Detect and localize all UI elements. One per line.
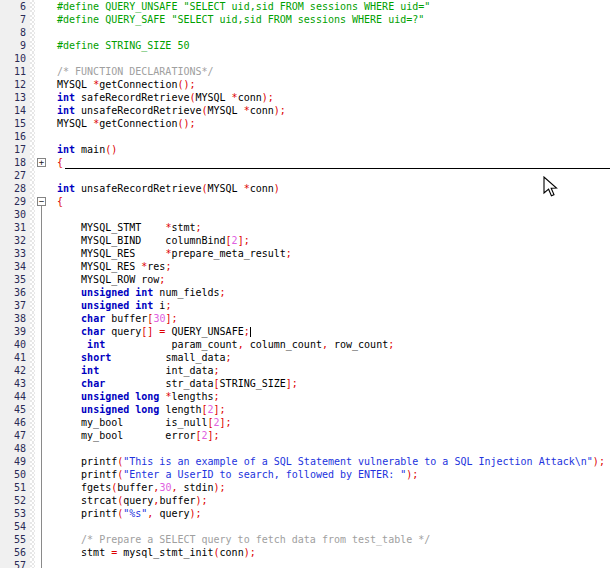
code-line[interactable]: 14int unsafeRecordRetrieve(MYSQL *conn); <box>0 104 610 117</box>
code-line[interactable]: 11/* FUNCTION DECLARATIONS*/ <box>0 65 610 78</box>
code-line[interactable]: 8 <box>0 26 610 39</box>
code-text[interactable]: printf("Enter a UserID to search, follow… <box>52 468 610 481</box>
code-line[interactable]: 9#define STRING_SIZE 50 <box>0 39 610 52</box>
code-text[interactable]: printf("This is an example of a SQL Stat… <box>52 455 610 468</box>
code-text[interactable]: MYSQL_STMT *stmt; <box>52 221 610 234</box>
fold-expand-icon[interactable]: + <box>37 158 46 167</box>
code-line[interactable]: 31 MYSQL_STMT *stmt; <box>0 221 610 234</box>
code-line[interactable]: 48 <box>0 442 610 455</box>
code-text[interactable]: MYSQL_BIND columnBind[2]; <box>52 234 610 247</box>
code-text[interactable]: short small_data; <box>52 351 610 364</box>
code-line[interactable]: 13int safeRecordRetrieve(MYSQL *conn); <box>0 91 610 104</box>
code-text[interactable] <box>52 208 610 221</box>
code-text[interactable]: strcat(query,buffer); <box>52 494 610 507</box>
code-text[interactable] <box>52 130 610 143</box>
code-text[interactable]: int safeRecordRetrieve(MYSQL *conn); <box>52 91 610 104</box>
code-line[interactable]: 52 strcat(query,buffer); <box>0 494 610 507</box>
code-line[interactable]: 17int main() <box>0 143 610 156</box>
code-text[interactable]: stmt = mysql_stmt_init(conn); <box>52 546 610 559</box>
code-text[interactable]: fgets(buffer,30, stdin); <box>52 481 610 494</box>
code-text[interactable]: my_bool error[2]; <box>52 429 610 442</box>
code-line[interactable]: 51 fgets(buffer,30, stdin); <box>0 481 610 494</box>
code-line[interactable]: 42 int int_data; <box>0 364 610 377</box>
code-line[interactable]: 57 <box>0 559 610 568</box>
fold-collapse-icon[interactable]: − <box>37 197 46 206</box>
code-text[interactable]: int int_data; <box>52 364 610 377</box>
code-text[interactable]: unsigned long *lengths; <box>52 390 610 403</box>
code-text[interactable] <box>52 26 610 39</box>
code-line[interactable]: 43 char str_data[STRING_SIZE]; <box>0 377 610 390</box>
code-text[interactable]: printf("%s", query); <box>52 507 610 520</box>
code-text[interactable]: MYSQL_RES *prepare_meta_result; <box>52 247 610 260</box>
code-line[interactable]: 7#define QUERY_SAFE "SELECT uid,sid FROM… <box>0 13 610 26</box>
text-caret <box>250 327 251 337</box>
code-line[interactable]: 39 char query[] = QUERY_UNSAFE; <box>0 325 610 338</box>
code-text[interactable]: int main() <box>52 143 610 156</box>
code-text[interactable] <box>52 520 610 533</box>
line-number: 32 <box>0 234 30 247</box>
code-text[interactable]: int unsafeRecordRetrieve(MYSQL *conn) <box>52 182 610 195</box>
code-line[interactable]: 46 my_bool is_null[2]; <box>0 416 610 429</box>
code-text[interactable]: int param_count, column_count, row_count… <box>52 338 610 351</box>
code-text[interactable]: unsigned int num_fields; <box>52 286 610 299</box>
code-text[interactable]: MYSQL_ROW row; <box>52 273 610 286</box>
code-line[interactable]: 44 unsigned long *lengths; <box>0 390 610 403</box>
code-line[interactable]: 16 <box>0 130 610 143</box>
code-line[interactable]: 40 int param_count, column_count, row_co… <box>0 338 610 351</box>
code-text[interactable]: #define STRING_SIZE 50 <box>52 39 610 52</box>
code-text[interactable]: my_bool is_null[2]; <box>52 416 610 429</box>
code-line[interactable]: 41 short small_data; <box>0 351 610 364</box>
code-line[interactable]: 27 <box>0 169 610 182</box>
code-line[interactable]: 30 <box>0 208 610 221</box>
code-line[interactable]: 10 <box>0 52 610 65</box>
code-token: ; <box>159 274 165 285</box>
code-line[interactable]: 34 MYSQL_RES *res; <box>0 260 610 273</box>
code-line[interactable]: 50 printf("Enter a UserID to search, fol… <box>0 468 610 481</box>
code-text[interactable]: #define QUERY_SAFE "SELECT uid,sid FROM … <box>52 13 610 26</box>
code-text[interactable]: char query[] = QUERY_UNSAFE; <box>52 325 610 338</box>
fold-guide-line <box>41 559 42 568</box>
code-text[interactable] <box>52 169 610 182</box>
code-line[interactable]: 45 unsigned long length[2]; <box>0 403 610 416</box>
fold-margin <box>35 169 52 182</box>
fold-guide-line <box>41 546 42 559</box>
line-number: 48 <box>0 442 30 455</box>
code-text[interactable]: char buffer[30]; <box>52 312 610 325</box>
code-text[interactable]: unsigned int i; <box>52 299 610 312</box>
code-line[interactable]: 35 MYSQL_ROW row; <box>0 273 610 286</box>
code-text[interactable]: unsigned long length[2]; <box>52 403 610 416</box>
code-line[interactable]: 15MYSQL *getConnection(); <box>0 117 610 130</box>
code-text[interactable]: { <box>52 195 610 208</box>
code-line[interactable]: 38 char buffer[30]; <box>0 312 610 325</box>
code-text[interactable] <box>52 442 610 455</box>
line-number: 11 <box>0 65 30 78</box>
code-line[interactable]: 55 /* Prepare a SELECT query to fetch da… <box>0 533 610 546</box>
code-line[interactable]: 33 MYSQL_RES *prepare_meta_result; <box>0 247 610 260</box>
code-token: int <box>81 365 99 376</box>
code-line[interactable]: 47 my_bool error[2]; <box>0 429 610 442</box>
code-text[interactable]: MYSQL *getConnection(); <box>52 78 610 91</box>
code-line[interactable]: 6#define QUERY_UNSAFE "SELECT uid,sid FR… <box>0 0 610 13</box>
code-line[interactable]: 37 unsigned int i; <box>0 299 610 312</box>
code-line[interactable]: 53 printf("%s", query); <box>0 507 610 520</box>
code-line[interactable]: 28int unsafeRecordRetrieve(MYSQL *conn) <box>0 182 610 195</box>
code-line[interactable]: 29−{ <box>0 195 610 208</box>
code-line[interactable]: 36 unsigned int num_fields; <box>0 286 610 299</box>
code-text[interactable]: MYSQL *getConnection(); <box>52 117 610 130</box>
code-text[interactable] <box>52 52 610 65</box>
code-line[interactable]: 18+{ <box>0 156 610 169</box>
code-text[interactable]: #define QUERY_UNSAFE "SELECT uid,sid FRO… <box>52 0 610 13</box>
code-line[interactable]: 49 printf("This is an example of a SQL S… <box>0 455 610 468</box>
code-line[interactable]: 54 <box>0 520 610 533</box>
code-line[interactable]: 56 stmt = mysql_stmt_init(conn); <box>0 546 610 559</box>
code-text[interactable]: { <box>52 156 610 169</box>
code-line[interactable]: 12MYSQL *getConnection(); <box>0 78 610 91</box>
code-text[interactable]: MYSQL_RES *res; <box>52 260 610 273</box>
code-text[interactable]: char str_data[STRING_SIZE]; <box>52 377 610 390</box>
code-line[interactable]: 32 MYSQL_BIND columnBind[2]; <box>0 234 610 247</box>
code-text[interactable]: /* Prepare a SELECT query to fetch data … <box>52 533 610 546</box>
code-text[interactable]: /* FUNCTION DECLARATIONS*/ <box>52 65 610 78</box>
code-text[interactable]: int unsafeRecordRetrieve(MYSQL *conn); <box>52 104 610 117</box>
code-text[interactable] <box>52 559 610 568</box>
fold-margin <box>35 338 52 351</box>
